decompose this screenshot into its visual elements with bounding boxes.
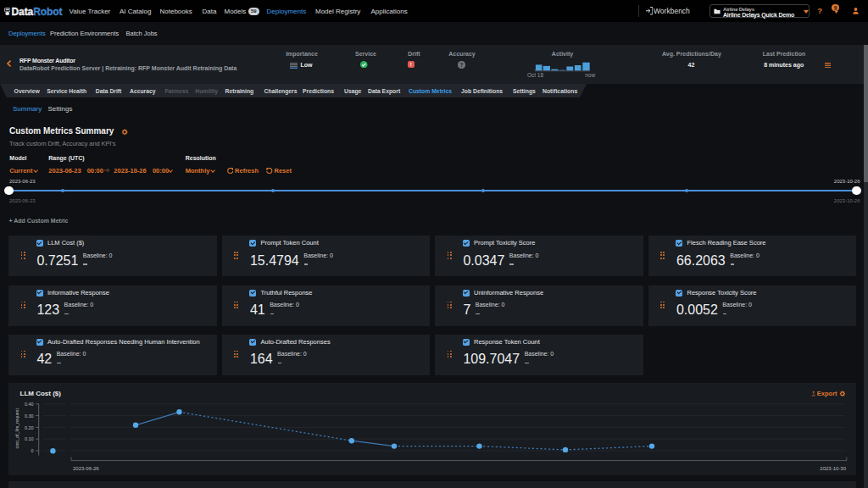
svg-text:2023-10-30: 2023-10-30 [820, 466, 846, 471]
svg-text:0.40: 0.40 [25, 402, 34, 407]
svg-text:0.30: 0.30 [25, 413, 34, 419]
svg-text:2023-06-26: 2023-06-26 [73, 466, 99, 471]
svg-text:cost_of_llm_request: cost_of_llm_request [14, 408, 19, 449]
svg-text:0.20: 0.20 [25, 425, 34, 430]
svg-text:0.10: 0.10 [25, 436, 34, 441]
svg-text:0: 0 [31, 448, 34, 453]
